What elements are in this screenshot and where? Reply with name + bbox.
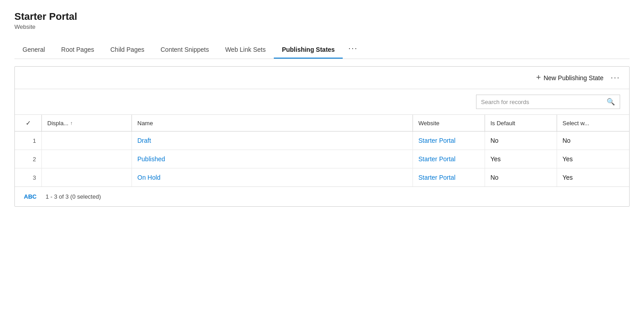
page-subtitle: Website — [14, 23, 630, 30]
search-icon: 🔍 — [607, 98, 615, 105]
content-panel: + New Publishing State ··· 🔍 ✓ Dis — [14, 66, 630, 207]
toolbar-more-options-button[interactable]: ··· — [611, 73, 620, 82]
search-row: 🔍 — [15, 89, 629, 115]
records-table: ✓ Displa... ↑ Name Website Is Default Se… — [15, 115, 629, 186]
tab-publishing-states[interactable]: Publishing States — [274, 41, 343, 59]
plus-icon: + — [536, 73, 541, 82]
row3-select-w: Yes — [557, 168, 629, 186]
row3-website-link[interactable]: Starter Portal — [418, 174, 455, 181]
tab-content-snippets[interactable]: Content Snippets — [152, 41, 217, 59]
row1-select-w: No — [557, 132, 629, 150]
website-label: Website — [418, 120, 440, 127]
row3-name[interactable]: On Hold — [132, 168, 413, 186]
check-icon: ✓ — [26, 119, 31, 127]
name-label: Name — [137, 120, 153, 127]
table-header: ✓ Displa... ↑ Name Website Is Default Se… — [15, 115, 629, 132]
is-default-label: Is Default — [490, 120, 515, 127]
row1-num: 1 — [15, 132, 42, 150]
row2-num: 2 — [15, 150, 42, 168]
row3-num: 3 — [15, 168, 42, 186]
new-state-label: New Publishing State — [544, 74, 603, 82]
search-box: 🔍 — [476, 95, 620, 109]
table-row: 2 Published Starter Portal Yes Yes — [15, 150, 629, 168]
tab-root-pages[interactable]: Root Pages — [53, 41, 102, 59]
select-w-label: Select w... — [562, 120, 589, 127]
row2-name-link[interactable]: Published — [137, 155, 165, 163]
row2-select-w: Yes — [557, 150, 629, 168]
row1-website[interactable]: Starter Portal — [413, 132, 485, 150]
col-name[interactable]: Name — [132, 115, 413, 131]
table-footer: ABC 1 - 3 of 3 (0 selected) — [15, 186, 629, 206]
tab-web-link-sets[interactable]: Web Link Sets — [217, 41, 274, 59]
row3-website[interactable]: Starter Portal — [413, 168, 485, 186]
tab-more-icon[interactable]: ··· — [343, 39, 363, 59]
tab-bar: General Root Pages Child Pages Content S… — [14, 39, 630, 59]
row1-name[interactable]: Draft — [132, 132, 413, 150]
row3-name-link[interactable]: On Hold — [137, 174, 160, 181]
row3-is-default: No — [485, 168, 557, 186]
row2-website[interactable]: Starter Portal — [413, 150, 485, 168]
search-input[interactable] — [476, 96, 602, 108]
row1-is-default: No — [485, 132, 557, 150]
row2-is-default: Yes — [485, 150, 557, 168]
abc-filter[interactable]: ABC — [24, 193, 36, 200]
col-display-order[interactable]: Displa... ↑ — [42, 115, 132, 131]
row1-name-link[interactable]: Draft — [137, 137, 151, 144]
tab-child-pages[interactable]: Child Pages — [102, 41, 153, 59]
table-row: 1 Draft Starter Portal No No — [15, 132, 629, 150]
search-icon-button[interactable]: 🔍 — [602, 95, 620, 109]
col-select-w[interactable]: Select w... — [557, 115, 629, 131]
record-count: 1 - 3 of 3 (0 selected) — [45, 193, 101, 200]
row2-display — [42, 150, 132, 168]
row1-website-link[interactable]: Starter Portal — [418, 137, 455, 144]
toolbar: + New Publishing State ··· — [15, 67, 629, 89]
row2-name[interactable]: Published — [132, 150, 413, 168]
col-website[interactable]: Website — [413, 115, 485, 131]
col-is-default[interactable]: Is Default — [485, 115, 557, 131]
tab-general[interactable]: General — [14, 41, 53, 59]
page-title: Starter Portal — [14, 11, 630, 23]
row2-website-link[interactable]: Starter Portal — [418, 155, 455, 163]
display-order-label: Displa... — [47, 120, 68, 127]
row1-display — [42, 132, 132, 150]
col-check[interactable]: ✓ — [15, 115, 42, 131]
table-row: 3 On Hold Starter Portal No Yes — [15, 168, 629, 186]
row3-display — [42, 168, 132, 186]
new-publishing-state-button[interactable]: + New Publishing State — [536, 73, 603, 82]
sort-asc-icon: ↑ — [70, 120, 73, 126]
